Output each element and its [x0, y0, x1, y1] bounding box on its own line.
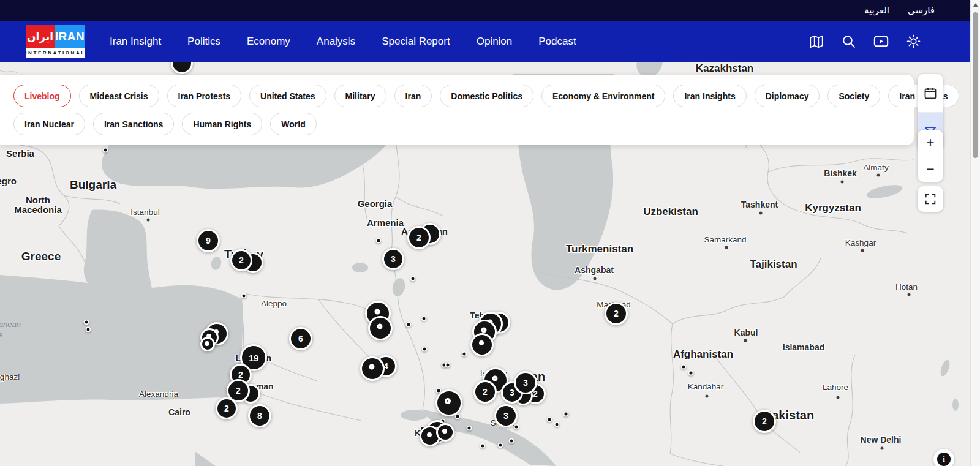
- zoom-out-label: −: [926, 162, 934, 176]
- filter-chip-military[interactable]: Military: [334, 85, 386, 107]
- city-dot-kandahar: [706, 395, 709, 398]
- pin-hole: [445, 398, 451, 404]
- theme-toggle-icon[interactable]: [906, 34, 921, 49]
- pin-hole: [427, 432, 432, 437]
- lang-link-farsi[interactable]: فارسی: [908, 5, 935, 16]
- location-pin-marker[interactable]: [368, 316, 393, 340]
- scrollbar-thumb[interactable]: [973, 12, 978, 158]
- city-dot-kashgar: [861, 249, 864, 252]
- search-icon[interactable]: [841, 34, 856, 49]
- event-dot-marker[interactable]: [547, 417, 552, 423]
- fullscreen-button[interactable]: [918, 186, 943, 212]
- filter-chip-united-states[interactable]: United States: [249, 85, 326, 107]
- filter-chip-mideast-crisis[interactable]: Mideast Crisis: [79, 85, 159, 107]
- zoom-in-button[interactable]: +: [918, 130, 943, 156]
- city-dot-kabul: [744, 339, 747, 342]
- filter-chip-domestic-politics[interactable]: Domestic Politics: [440, 85, 533, 107]
- city-label-aleppo: Aleppo: [261, 299, 287, 308]
- filter-chip-iran-protests[interactable]: Iran Protests: [167, 85, 242, 107]
- event-dot-marker[interactable]: [406, 322, 412, 328]
- page-scrollbar[interactable]: [970, 0, 980, 466]
- water-label-mediterranean-sea: Mediterranean Sea: [0, 320, 21, 340]
- chip-row-2: Iran NuclearIran SanctionsHuman RightsWo…: [13, 113, 914, 135]
- filter-chip-iran-nuclear[interactable]: Iran Nuclear: [13, 113, 85, 135]
- cluster-marker-3[interactable]: 3: [494, 404, 518, 427]
- event-dot-marker[interactable]: [410, 276, 416, 282]
- filter-panel: LiveblogMideast CrisisIran ProtestsUnite…: [0, 75, 914, 145]
- filter-chip-iran-sanctions[interactable]: Iran Sanctions: [93, 113, 174, 135]
- cluster-marker-3[interactable]: 3: [514, 371, 537, 394]
- filter-chip-human-rights[interactable]: Human Rights: [182, 113, 262, 135]
- filter-chip-diplomacy[interactable]: Diplomacy: [755, 85, 820, 107]
- nav-item-opinion[interactable]: Opinion: [477, 36, 513, 48]
- logo-farsi-text: ایران: [26, 25, 55, 48]
- cluster-marker-2[interactable]: 2: [605, 302, 628, 325]
- location-pin-marker[interactable]: [360, 356, 385, 381]
- cluster-marker-2[interactable]: 2: [216, 397, 238, 419]
- location-pin-marker[interactable]: [435, 389, 462, 416]
- nav-item-politics[interactable]: Politics: [187, 36, 221, 48]
- nav-item-economy[interactable]: Economy: [247, 36, 290, 48]
- nav-item-iran-insight[interactable]: Iran Insight: [110, 36, 161, 48]
- cluster-marker-6[interactable]: 6: [289, 327, 312, 350]
- city-label-benghazi: Benghazi: [0, 372, 20, 381]
- main-navbar: ایران IRAN INTERNATIONAL Iran InsightPol…: [0, 21, 970, 62]
- logo-english-text: IRAN: [55, 25, 85, 48]
- filter-chip-world[interactable]: World: [270, 113, 316, 135]
- event-dot-marker[interactable]: [688, 370, 694, 376]
- cluster-marker-9[interactable]: 9: [197, 229, 220, 252]
- zoom-out-button[interactable]: −: [918, 156, 943, 182]
- event-dot-marker[interactable]: [86, 327, 91, 333]
- event-dot-marker[interactable]: [467, 426, 472, 431]
- event-dot-marker[interactable]: [376, 238, 382, 244]
- location-pin-marker[interactable]: [470, 333, 494, 356]
- event-dot-marker[interactable]: [514, 424, 519, 430]
- city-dot-hotan: [908, 293, 911, 296]
- country-label-turkmenistan: Turkmenistan: [566, 244, 633, 255]
- event-dot-marker[interactable]: [421, 316, 427, 321]
- event-dot-marker[interactable]: [462, 351, 467, 357]
- event-dot-marker[interactable]: [564, 412, 569, 417]
- cluster-marker-2[interactable]: 2: [230, 249, 252, 271]
- map-canvas[interactable]: KazakhstanSerbiaMontenegroBulgariaNorth …: [0, 62, 970, 466]
- pin-hole: [205, 341, 209, 346]
- scroll-up-arrow[interactable]: [973, 3, 978, 7]
- event-dot-marker[interactable]: [509, 438, 514, 444]
- event-dot-marker[interactable]: [445, 363, 451, 368]
- calendar-button[interactable]: [918, 74, 943, 112]
- event-dot-marker[interactable]: [241, 293, 247, 299]
- event-dot-marker[interactable]: [480, 443, 486, 449]
- event-dot-marker[interactable]: [422, 347, 428, 352]
- filter-chip-iran-insights[interactable]: Iran Insights: [673, 85, 746, 107]
- event-dot-marker[interactable]: [554, 422, 560, 427]
- cluster-marker-2[interactable]: 2: [473, 380, 497, 404]
- filter-chip-economy-environment[interactable]: Economy & Environment: [541, 85, 665, 107]
- city-label-alexandria: Alexandria: [139, 389, 178, 399]
- event-dot-marker[interactable]: [681, 364, 687, 370]
- nav-item-analysis[interactable]: Analysis: [317, 36, 355, 48]
- event-dot-marker[interactable]: [498, 443, 503, 448]
- filter-chip-iran[interactable]: Iran: [394, 85, 432, 107]
- map-attribution-button[interactable]: i: [933, 449, 954, 466]
- city-dot-ashgabat: [594, 277, 597, 280]
- event-dot-marker[interactable]: [84, 320, 89, 325]
- location-pin-marker[interactable]: [436, 423, 454, 442]
- country-label-tajikistan: Tajikistan: [750, 259, 797, 270]
- cluster-marker-3[interactable]: 3: [382, 248, 404, 270]
- location-pin-marker[interactable]: [200, 337, 215, 351]
- iran-international-logo[interactable]: ایران IRAN INTERNATIONAL: [26, 25, 85, 58]
- video-icon[interactable]: [873, 33, 889, 50]
- cluster-marker-2[interactable]: 2: [407, 226, 431, 249]
- filter-chip-society[interactable]: Society: [827, 85, 880, 107]
- map-icon[interactable]: [809, 34, 824, 50]
- country-label-serbia: Serbia: [6, 149, 34, 159]
- lang-link-arabic[interactable]: العربية: [864, 5, 889, 16]
- event-dot-marker[interactable]: [103, 148, 108, 153]
- cluster-marker-2[interactable]: 2: [753, 410, 776, 433]
- nav-item-podcast[interactable]: Podcast: [538, 36, 576, 48]
- cluster-marker-8[interactable]: 8: [248, 404, 271, 427]
- filter-chip-liveblog[interactable]: Liveblog: [13, 85, 71, 107]
- nav-actions: [809, 33, 921, 50]
- city-label-hotan: Hotan: [895, 282, 918, 291]
- nav-item-special-report[interactable]: Special Report: [382, 36, 450, 48]
